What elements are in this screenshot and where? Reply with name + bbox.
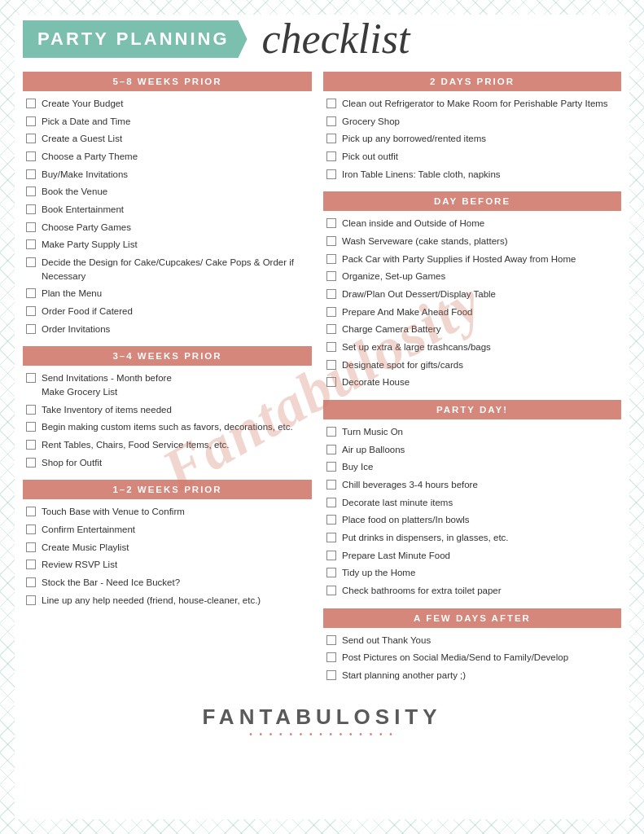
checkbox[interactable] bbox=[26, 577, 36, 587]
checkbox[interactable] bbox=[326, 289, 336, 299]
checkbox[interactable] bbox=[326, 324, 336, 334]
list-item: Air up Balloons bbox=[323, 442, 621, 458]
checkbox[interactable] bbox=[326, 652, 336, 662]
checkbox[interactable] bbox=[26, 257, 36, 267]
checkbox[interactable] bbox=[326, 670, 336, 680]
checkbox[interactable] bbox=[326, 445, 336, 454]
checkbox[interactable] bbox=[26, 134, 36, 143]
checkbox[interactable] bbox=[26, 288, 36, 298]
checkbox[interactable] bbox=[326, 99, 336, 108]
section-header-few-days-after: A FEW DAYS AFTER bbox=[323, 608, 621, 628]
list-item: Stock the Bar - Need Ice Bucket? bbox=[23, 575, 312, 590]
checkbox[interactable] bbox=[26, 239, 36, 249]
item-text: Post Pictures on Social Media/Send to Fa… bbox=[342, 651, 568, 665]
checkbox[interactable] bbox=[326, 169, 336, 179]
checkbox[interactable] bbox=[326, 480, 336, 489]
item-text: Air up Balloons bbox=[342, 443, 405, 457]
item-text: Decorate last minute items bbox=[342, 496, 453, 510]
checkbox[interactable] bbox=[26, 222, 36, 232]
item-text: Turn Music On bbox=[342, 425, 403, 439]
section-weeks-5-8: 5–8 WEEKS PRIOR Create Your Budget Pick … bbox=[23, 72, 312, 336]
checkbox[interactable] bbox=[326, 271, 336, 281]
list-item: Iron Table Linens: Table cloth, napkins bbox=[323, 167, 621, 182]
list-item: Check bathrooms for extra toilet paper bbox=[323, 583, 621, 599]
list-item: Prepare And Make Ahead Food bbox=[323, 305, 621, 320]
item-text: Begin making custom items such as favors… bbox=[42, 420, 293, 434]
checkbox[interactable] bbox=[326, 427, 336, 437]
item-text: Clean inside and Outside of Home bbox=[342, 217, 484, 230]
list-item: Clean inside and Outside of Home bbox=[323, 216, 621, 231]
checkbox[interactable] bbox=[26, 560, 36, 569]
item-text: Shop for Outfit bbox=[42, 456, 102, 470]
list-item: Create Your Budget bbox=[23, 96, 312, 112]
item-text: Choose Party Games bbox=[42, 221, 131, 235]
checkbox[interactable] bbox=[326, 151, 336, 161]
checkbox[interactable] bbox=[326, 498, 336, 507]
checkbox[interactable] bbox=[326, 134, 336, 143]
checkbox[interactable] bbox=[26, 116, 36, 126]
item-text: Put drinks in dispensers, in glasses, et… bbox=[342, 531, 509, 545]
checkbox[interactable] bbox=[326, 307, 336, 317]
item-text: Create Music Playlist bbox=[42, 541, 129, 555]
checkbox[interactable] bbox=[326, 218, 336, 228]
checkbox[interactable] bbox=[26, 458, 36, 467]
checkbox[interactable] bbox=[26, 204, 36, 214]
list-item: Clean out Refrigerator to Make Room for … bbox=[323, 96, 621, 112]
list-item: Order Invitations bbox=[23, 322, 312, 337]
checkbox[interactable] bbox=[26, 507, 36, 516]
item-text: Pick up any borrowed/rented items bbox=[342, 132, 486, 146]
item-text: Order Invitations bbox=[42, 323, 110, 336]
item-text: Order Food if Catered bbox=[42, 305, 133, 318]
checkbox[interactable] bbox=[26, 151, 36, 161]
list-item: Review RSVP List bbox=[23, 557, 312, 573]
left-column: 5–8 WEEKS PRIOR Create Your Budget Pick … bbox=[23, 72, 312, 693]
checkbox[interactable] bbox=[26, 542, 36, 552]
list-item: Rent Tables, Chairs, Food Service Items,… bbox=[23, 437, 312, 453]
checkbox[interactable] bbox=[26, 169, 36, 179]
content: PARTY PLANNING checklist Fantabulosity 5… bbox=[0, 0, 644, 760]
checkbox[interactable] bbox=[326, 568, 336, 577]
checklist-label: checklist bbox=[262, 15, 410, 62]
checkbox[interactable] bbox=[326, 462, 336, 472]
list-item: Shop for Outfit bbox=[23, 455, 312, 471]
checkbox[interactable] bbox=[326, 533, 336, 542]
item-text: Confirm Entertainment bbox=[42, 523, 135, 537]
checkbox[interactable] bbox=[326, 236, 336, 246]
list-item: Take Inventory of items needed bbox=[23, 402, 312, 418]
item-text: Plan the Menu bbox=[42, 287, 102, 301]
right-column: 2 DAYS PRIOR Clean out Refrigerator to M… bbox=[323, 72, 621, 693]
checkbox[interactable] bbox=[326, 551, 336, 560]
item-text: Wash Serveware (cake stands, platters) bbox=[342, 235, 507, 248]
checkbox[interactable] bbox=[26, 525, 36, 534]
checkbox[interactable] bbox=[26, 440, 36, 450]
checkbox[interactable] bbox=[26, 595, 36, 605]
item-text: Make Party Supply List bbox=[42, 238, 138, 252]
list-item: Send Invitations - Month beforeMake Groc… bbox=[23, 371, 312, 399]
item-text: Buy Ice bbox=[342, 460, 373, 474]
checkbox[interactable] bbox=[326, 254, 336, 264]
item-text: Clean out Refrigerator to Make Room for … bbox=[342, 97, 608, 111]
checkbox[interactable] bbox=[26, 422, 36, 432]
checkbox[interactable] bbox=[26, 324, 36, 334]
checkbox[interactable] bbox=[26, 405, 36, 415]
item-text: Prepare And Make Ahead Food bbox=[342, 305, 472, 319]
list-item: Choose Party Games bbox=[23, 220, 312, 235]
section-weeks-1-2: 1–2 WEEKS PRIOR Touch Base with Venue to… bbox=[23, 480, 312, 608]
item-text: Book Entertainment bbox=[42, 203, 124, 217]
checkbox[interactable] bbox=[26, 99, 36, 108]
list-item: Touch Base with Venue to Confirm bbox=[23, 504, 312, 520]
checkbox[interactable] bbox=[26, 373, 36, 383]
item-text: Decorate House bbox=[342, 375, 410, 389]
checkbox[interactable] bbox=[326, 116, 336, 126]
checkbox[interactable] bbox=[326, 342, 336, 352]
checkbox[interactable] bbox=[326, 377, 336, 387]
list-item: Start planning another party ;) bbox=[323, 668, 621, 683]
list-item: Buy/Make Invitations bbox=[23, 167, 312, 182]
brand-name: FANTABULOSITY bbox=[23, 705, 621, 730]
checkbox[interactable] bbox=[26, 306, 36, 316]
checkbox[interactable] bbox=[326, 360, 336, 370]
checkbox[interactable] bbox=[326, 515, 336, 525]
checkbox[interactable] bbox=[326, 586, 336, 595]
checkbox[interactable] bbox=[26, 187, 36, 196]
checkbox[interactable] bbox=[326, 635, 336, 645]
